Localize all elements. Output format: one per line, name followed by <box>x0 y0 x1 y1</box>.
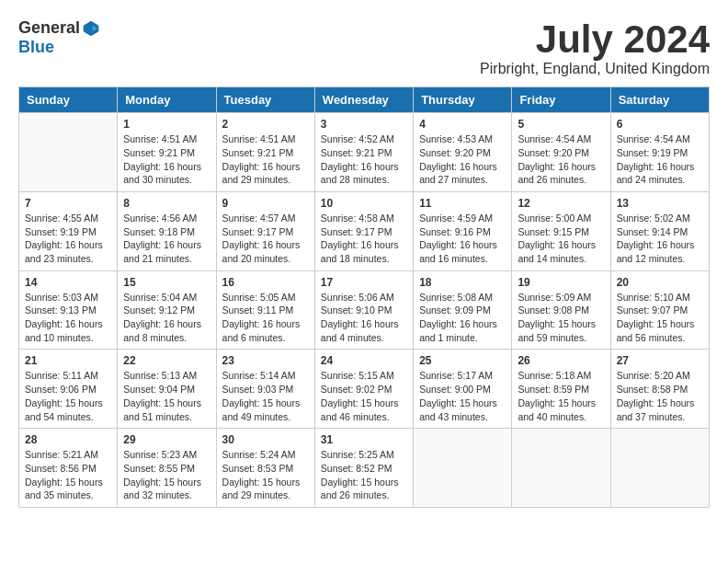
header-friday: Friday <box>512 87 610 113</box>
day-number: 25 <box>419 354 506 367</box>
day-info: Sunrise: 4:59 AMSunset: 9:16 PMDaylight:… <box>419 212 506 266</box>
table-row: 4 Sunrise: 4:53 AMSunset: 9:20 PMDayligh… <box>414 113 512 192</box>
title-section: July 2024 Pirbright, England, United Kin… <box>480 18 710 77</box>
day-info: Sunrise: 5:20 AMSunset: 8:58 PMDaylight:… <box>617 369 703 423</box>
day-info: Sunrise: 5:13 AMSunset: 9:04 PMDaylight:… <box>123 369 210 423</box>
table-row: 20 Sunrise: 5:10 AMSunset: 9:07 PMDaylig… <box>610 270 709 350</box>
day-info: Sunrise: 4:54 AMSunset: 9:19 PMDaylight:… <box>617 132 703 187</box>
day-number: 26 <box>518 354 604 367</box>
day-info: Sunrise: 5:04 AMSunset: 9:12 PMDaylight:… <box>123 291 210 345</box>
calendar-week-row: 21 Sunrise: 5:11 AMSunset: 9:06 PMDaylig… <box>19 350 710 429</box>
day-number: 12 <box>518 197 604 210</box>
day-info: Sunrise: 4:54 AMSunset: 9:20 PMDaylight:… <box>518 132 604 187</box>
table-row: 6 Sunrise: 4:54 AMSunset: 9:19 PMDayligh… <box>610 113 709 192</box>
day-info: Sunrise: 5:21 AMSunset: 8:56 PMDaylight:… <box>25 448 111 502</box>
table-row: 17 Sunrise: 5:06 AMSunset: 9:10 PMDaylig… <box>314 270 413 350</box>
logo-blue-text: Blue <box>18 38 54 57</box>
table-row: 14 Sunrise: 5:03 AMSunset: 9:13 PMDaylig… <box>19 270 118 350</box>
day-number: 23 <box>222 354 309 367</box>
day-number: 17 <box>321 276 407 289</box>
day-number: 31 <box>321 433 407 446</box>
day-info: Sunrise: 5:18 AMSunset: 8:59 PMDaylight:… <box>518 369 604 423</box>
day-number: 16 <box>222 276 309 289</box>
day-number: 6 <box>617 118 703 131</box>
day-info: Sunrise: 5:10 AMSunset: 9:07 PMDaylight:… <box>617 291 703 345</box>
day-number: 8 <box>123 197 210 210</box>
day-info: Sunrise: 5:15 AMSunset: 9:02 PMDaylight:… <box>321 369 407 423</box>
table-row: 18 Sunrise: 5:08 AMSunset: 9:09 PMDaylig… <box>414 270 512 350</box>
table-row: 12 Sunrise: 5:00 AMSunset: 9:15 PMDaylig… <box>512 191 610 270</box>
table-row: 8 Sunrise: 4:56 AMSunset: 9:18 PMDayligh… <box>118 191 216 270</box>
calendar-week-row: 28 Sunrise: 5:21 AMSunset: 8:56 PMDaylig… <box>19 429 710 508</box>
day-info: Sunrise: 4:58 AMSunset: 9:17 PMDaylight:… <box>321 212 407 266</box>
day-info: Sunrise: 5:00 AMSunset: 9:15 PMDaylight:… <box>518 212 604 266</box>
day-number: 18 <box>419 276 506 289</box>
header-thursday: Thursday <box>414 87 512 113</box>
day-info: Sunrise: 5:24 AMSunset: 8:53 PMDaylight:… <box>222 448 309 502</box>
day-number: 7 <box>25 197 111 210</box>
day-number: 20 <box>617 276 703 289</box>
month-title: July 2024 <box>480 18 710 61</box>
day-number: 13 <box>617 197 703 210</box>
day-number: 2 <box>222 118 309 131</box>
day-number: 9 <box>222 197 309 210</box>
table-row: 13 Sunrise: 5:02 AMSunset: 9:14 PMDaylig… <box>610 191 709 270</box>
table-row <box>512 429 610 508</box>
table-row: 16 Sunrise: 5:05 AMSunset: 9:11 PMDaylig… <box>216 270 314 350</box>
table-row: 31 Sunrise: 5:25 AMSunset: 8:52 PMDaylig… <box>314 429 413 508</box>
day-number: 19 <box>518 276 604 289</box>
header-sunday: Sunday <box>19 87 118 113</box>
day-number: 27 <box>617 354 703 367</box>
header-tuesday: Tuesday <box>216 87 314 113</box>
day-info: Sunrise: 5:14 AMSunset: 9:03 PMDaylight:… <box>222 369 309 423</box>
location-text: Pirbright, England, United Kingdom <box>480 61 710 77</box>
day-info: Sunrise: 5:09 AMSunset: 9:08 PMDaylight:… <box>518 291 604 345</box>
calendar-week-row: 14 Sunrise: 5:03 AMSunset: 9:13 PMDaylig… <box>19 270 710 350</box>
day-info: Sunrise: 4:51 AMSunset: 9:21 PMDaylight:… <box>123 132 210 187</box>
day-info: Sunrise: 5:05 AMSunset: 9:11 PMDaylight:… <box>222 291 309 345</box>
day-number: 22 <box>123 354 210 367</box>
logo-icon <box>82 19 100 38</box>
day-info: Sunrise: 4:51 AMSunset: 9:21 PMDaylight:… <box>222 132 309 187</box>
logo-general-text: General <box>18 18 80 38</box>
table-row: 22 Sunrise: 5:13 AMSunset: 9:04 PMDaylig… <box>118 350 216 429</box>
day-number: 24 <box>321 354 407 367</box>
table-row: 3 Sunrise: 4:52 AMSunset: 9:21 PMDayligh… <box>314 113 413 192</box>
day-number: 14 <box>25 276 111 289</box>
header-wednesday: Wednesday <box>314 87 413 113</box>
table-row: 23 Sunrise: 5:14 AMSunset: 9:03 PMDaylig… <box>216 350 314 429</box>
table-row: 25 Sunrise: 5:17 AMSunset: 9:00 PMDaylig… <box>414 350 512 429</box>
day-number: 4 <box>419 118 506 131</box>
day-info: Sunrise: 5:11 AMSunset: 9:06 PMDaylight:… <box>25 369 111 423</box>
table-row <box>610 429 709 508</box>
table-row: 15 Sunrise: 5:04 AMSunset: 9:12 PMDaylig… <box>118 270 216 350</box>
table-row: 19 Sunrise: 5:09 AMSunset: 9:08 PMDaylig… <box>512 270 610 350</box>
logo: General Blue <box>18 18 100 57</box>
calendar-week-row: 1 Sunrise: 4:51 AMSunset: 9:21 PMDayligh… <box>19 113 710 192</box>
day-number: 10 <box>321 197 407 210</box>
table-row: 7 Sunrise: 4:55 AMSunset: 9:19 PMDayligh… <box>19 191 118 270</box>
table-row: 2 Sunrise: 4:51 AMSunset: 9:21 PMDayligh… <box>216 113 314 192</box>
day-info: Sunrise: 4:55 AMSunset: 9:19 PMDaylight:… <box>25 212 111 266</box>
table-row: 29 Sunrise: 5:23 AMSunset: 8:55 PMDaylig… <box>118 429 216 508</box>
header-saturday: Saturday <box>610 87 709 113</box>
day-info: Sunrise: 5:23 AMSunset: 8:55 PMDaylight:… <box>123 448 210 502</box>
table-row <box>19 113 118 192</box>
table-row: 30 Sunrise: 5:24 AMSunset: 8:53 PMDaylig… <box>216 429 314 508</box>
day-info: Sunrise: 5:03 AMSunset: 9:13 PMDaylight:… <box>25 291 111 345</box>
day-number: 11 <box>419 197 506 210</box>
day-number: 1 <box>123 118 210 131</box>
day-number: 15 <box>123 276 210 289</box>
day-info: Sunrise: 5:17 AMSunset: 9:00 PMDaylight:… <box>419 369 506 423</box>
table-row: 24 Sunrise: 5:15 AMSunset: 9:02 PMDaylig… <box>314 350 413 429</box>
day-info: Sunrise: 5:25 AMSunset: 8:52 PMDaylight:… <box>321 448 407 502</box>
page-header: General Blue July 2024 Pirbright, Englan… <box>18 18 710 77</box>
header-monday: Monday <box>118 87 216 113</box>
day-info: Sunrise: 5:08 AMSunset: 9:09 PMDaylight:… <box>419 291 506 345</box>
day-number: 3 <box>321 118 407 131</box>
table-row: 1 Sunrise: 4:51 AMSunset: 9:21 PMDayligh… <box>118 113 216 192</box>
table-row: 21 Sunrise: 5:11 AMSunset: 9:06 PMDaylig… <box>19 350 118 429</box>
day-number: 21 <box>25 354 111 367</box>
day-info: Sunrise: 5:06 AMSunset: 9:10 PMDaylight:… <box>321 291 407 345</box>
day-info: Sunrise: 4:57 AMSunset: 9:17 PMDaylight:… <box>222 212 309 266</box>
